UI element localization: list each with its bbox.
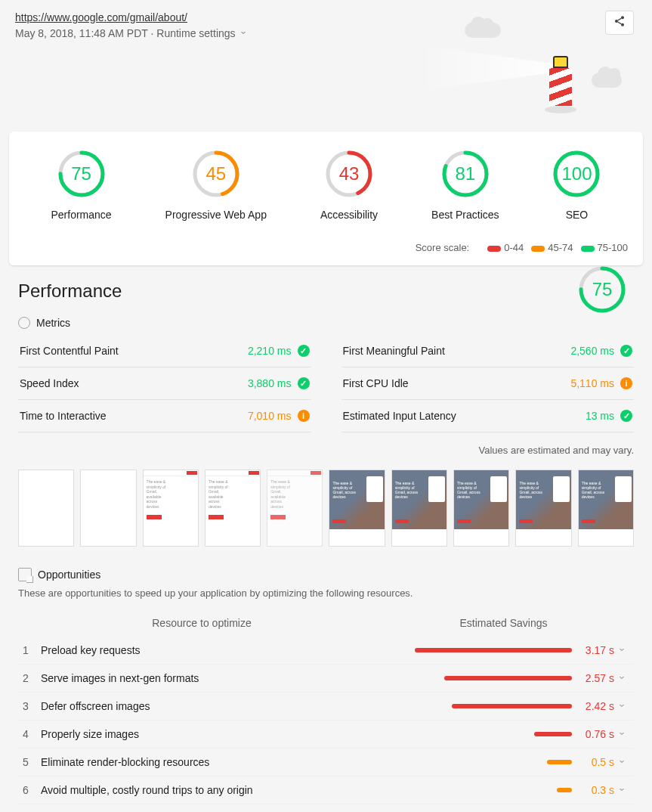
cloud-decoration — [465, 23, 501, 38]
section-title: Performance — [18, 280, 634, 302]
metrics-label: Metrics — [36, 317, 70, 329]
opportunities-icon — [18, 568, 32, 581]
filmstrip-frame: The ease & simplicity of Gmail, across d… — [515, 470, 571, 547]
filmstrip-frame: The ease &simplicity ofGmail,availableac… — [205, 470, 261, 547]
opportunities-header: Resource to optimize Estimated Savings — [18, 609, 634, 637]
info-icon: i — [620, 377, 632, 389]
opportunity-row[interactable]: 5 Eliminate render-blocking resources 0.… — [18, 748, 634, 776]
audited-url[interactable]: https://www.google.com/gmail/about/ — [15, 11, 187, 23]
chevron-down-icon — [239, 27, 248, 39]
metrics-note: Values are estimated and may vary. — [18, 445, 634, 456]
chevron-down-icon — [614, 728, 629, 740]
svg-point-2 — [621, 23, 624, 26]
opportunity-row[interactable]: 4 Properly size images 0.76 s — [18, 721, 634, 748]
opportunities-description: These are opportunities to speed up your… — [18, 587, 634, 599]
filmstrip-frame: The ease & simplicity of Gmail, across d… — [391, 470, 447, 547]
check-icon: ✓ — [298, 377, 310, 389]
filmstrip-frame: The ease & simplicity of Gmail, across d… — [578, 470, 634, 547]
metric-row[interactable]: Estimated Input Latency 13 ms✓ — [341, 400, 635, 432]
gauge-accessibility[interactable]: 43 Accessibility — [320, 150, 378, 221]
cloud-decoration — [592, 73, 622, 88]
opportunity-row[interactable]: 2 Serve images in next-gen formats 2.57 … — [18, 665, 634, 693]
metric-row[interactable]: First CPU Idle 5,110 msi — [341, 367, 635, 400]
info-icon: i — [298, 410, 310, 422]
check-icon: ✓ — [620, 410, 632, 422]
gauge-seo[interactable]: 100 SEO — [552, 150, 601, 221]
metric-row[interactable]: First Meaningful Paint 2,560 ms✓ — [341, 335, 635, 367]
chevron-down-icon — [614, 644, 629, 656]
svg-point-0 — [621, 16, 624, 19]
filmstrip-frame: The ease &simplicity ofGmail,availableac… — [143, 470, 199, 547]
svg-point-1 — [615, 20, 618, 23]
report-header: https://www.google.com/gmail/about/ May … — [0, 0, 652, 132]
runtime-settings-toggle[interactable]: Runtime settings — [156, 27, 247, 39]
opportunity-row[interactable]: 6 Avoid multiple, costly round trips to … — [18, 776, 634, 804]
opportunity-row[interactable]: 3 Defer offscreen images 2.42 s — [18, 693, 634, 721]
filmstrip: The ease &simplicity ofGmail,availableac… — [18, 470, 634, 547]
metric-row[interactable]: First Contentful Paint 2,210 ms✓ — [18, 335, 311, 367]
gauge-progressive-web-app[interactable]: 45 Progressive Web App — [165, 150, 267, 221]
stopwatch-icon — [18, 317, 30, 329]
performance-section: Performance 75 Metrics First Contentful … — [0, 265, 652, 812]
scores-card: 75 Performance 45 Progressive Web App 43… — [9, 132, 643, 265]
metric-row[interactable]: Speed Index 3,880 ms✓ — [18, 367, 311, 400]
opportunity-row[interactable]: 1 Preload key requests 3.17 s — [18, 637, 634, 665]
opportunities-label: Opportunities — [38, 569, 100, 581]
metric-row[interactable]: Time to Interactive 7,010 msi — [18, 400, 311, 432]
filmstrip-frame: The ease &simplicity ofGmail,availableac… — [267, 470, 323, 547]
filmstrip-frame — [80, 470, 136, 547]
opportunity-row[interactable]: 7 Unused CSS rules 0.15 s — [18, 804, 634, 812]
chevron-down-icon — [614, 700, 629, 712]
share-button[interactable] — [605, 11, 634, 35]
share-icon — [613, 15, 626, 30]
lighthouse-beam — [418, 45, 554, 91]
filmstrip-frame: The ease & simplicity of Gmail, across d… — [329, 470, 385, 547]
gauge-performance[interactable]: 75 Performance — [51, 150, 111, 221]
filmstrip-frame — [18, 470, 74, 547]
chevron-down-icon — [614, 672, 629, 684]
check-icon: ✓ — [620, 345, 632, 357]
gauge-best-practices[interactable]: 81 Best Practices — [431, 150, 499, 221]
audit-timestamp: May 8, 2018, 11:48 AM PDT — [15, 27, 148, 39]
chevron-down-icon — [614, 784, 629, 796]
score-scale-legend: Score scale: 0-4445-7475-100 — [24, 242, 628, 258]
lighthouse-illustration — [542, 56, 579, 132]
chevron-down-icon — [614, 756, 629, 768]
filmstrip-frame: The ease & simplicity of Gmail, across d… — [453, 470, 509, 547]
check-icon: ✓ — [298, 345, 310, 357]
